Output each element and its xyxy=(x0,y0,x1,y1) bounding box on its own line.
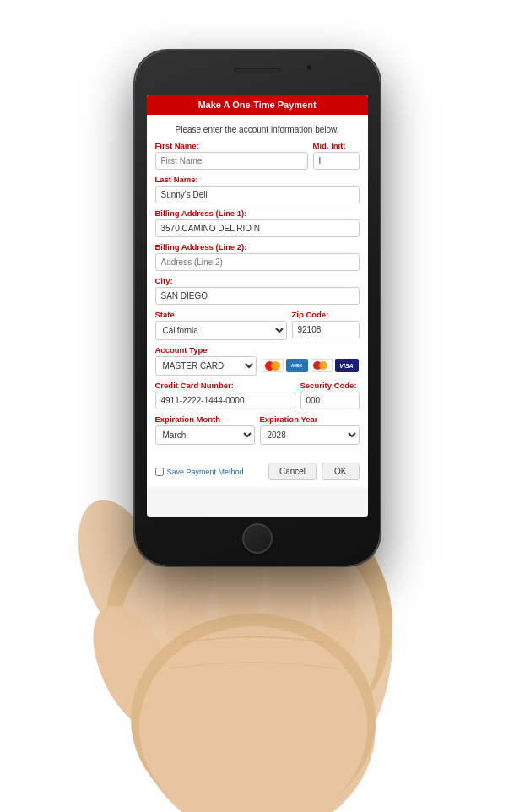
account-type-select[interactable]: MASTER CARD VISA AMEX DISCOVER xyxy=(155,356,257,376)
form-header: Make A One-Time Payment xyxy=(147,95,368,115)
state-label: State xyxy=(155,310,287,319)
mid-init-label: Mid. Init: xyxy=(313,141,360,150)
visa-icon: VISA xyxy=(335,359,359,372)
city-input[interactable] xyxy=(155,287,360,305)
mastercard-icon xyxy=(262,359,284,372)
security-code-input[interactable] xyxy=(300,392,360,409)
first-name-input[interactable] xyxy=(155,152,308,170)
zip-input[interactable] xyxy=(292,321,360,338)
exp-month-label: Expiration Month xyxy=(155,414,255,424)
amex-icon: AMEX xyxy=(286,359,308,372)
save-payment-label[interactable]: Save Payment Method xyxy=(155,468,244,476)
billing-addr1-label: Billing Address (Line 1): xyxy=(155,208,360,218)
security-code-label: Security Code: xyxy=(300,381,360,390)
phone-speaker xyxy=(234,68,280,73)
phone-home-button[interactable] xyxy=(242,523,273,554)
mc-icon xyxy=(311,359,333,372)
billing-addr2-label: Billing Address (Line 2): xyxy=(155,242,360,252)
phone-camera xyxy=(306,64,312,71)
card-icons: AMEX VISA xyxy=(262,359,359,376)
last-name-label: Last Name: xyxy=(155,175,360,184)
phone-device: Make A One-Time Payment Please enter the… xyxy=(135,51,380,566)
exp-month-select[interactable]: January February March April May June Ju… xyxy=(155,425,255,445)
phone-screen: Make A One-Time Payment Please enter the… xyxy=(147,95,368,517)
account-type-label: Account Type xyxy=(155,345,257,355)
divider xyxy=(155,452,360,452)
form-title: Make A One-Time Payment xyxy=(197,100,316,110)
exp-year-select[interactable]: 2024 2025 2026 2027 2028 2029 2030 xyxy=(260,425,360,445)
mid-init-input[interactable] xyxy=(313,152,360,170)
credit-card-input[interactable] xyxy=(155,392,295,409)
save-payment-checkbox[interactable] xyxy=(155,468,164,476)
zip-label: Zip Code: xyxy=(292,310,360,319)
cancel-button[interactable]: Cancel xyxy=(268,463,317,480)
phone-shell: Make A One-Time Payment Please enter the… xyxy=(135,51,380,566)
credit-card-label: Credit Card Number: xyxy=(155,381,295,390)
last-name-input[interactable] xyxy=(155,186,360,203)
exp-year-label: Expiration Year xyxy=(260,414,360,424)
ok-button[interactable]: OK xyxy=(322,463,359,480)
state-select[interactable]: California Alabama Alaska Arizona xyxy=(155,321,287,340)
payment-form: Make A One-Time Payment Please enter the… xyxy=(147,95,368,517)
billing-addr2-input[interactable] xyxy=(155,253,360,271)
city-label: City: xyxy=(155,276,360,285)
billing-addr1-input[interactable] xyxy=(155,219,360,237)
form-subtitle: Please enter the account information bel… xyxy=(155,122,360,134)
first-name-label: First Name: xyxy=(155,141,308,150)
